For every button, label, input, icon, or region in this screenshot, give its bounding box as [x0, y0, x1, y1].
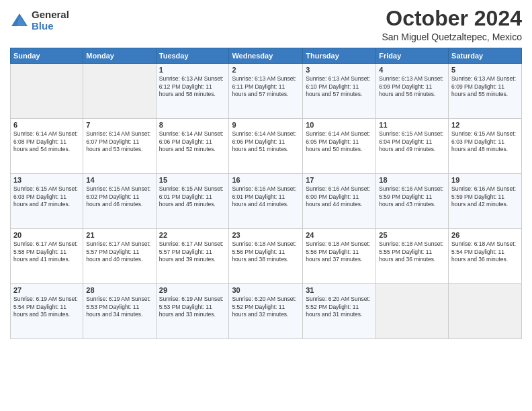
day-number: 28 [86, 286, 152, 294]
calendar-cell [11, 64, 83, 119]
calendar-cell: 3Sunrise: 6:13 AM Sunset: 6:10 PM Daylig… [303, 64, 376, 119]
week-row-2: 6Sunrise: 6:14 AM Sunset: 6:08 PM Daylig… [11, 119, 522, 174]
calendar-cell: 23Sunrise: 6:18 AM Sunset: 5:56 PM Dayli… [229, 229, 303, 284]
day-number: 4 [379, 66, 445, 74]
logo: General Blue [10, 9, 69, 32]
day-info: Sunrise: 6:13 AM Sunset: 6:12 PM Dayligh… [159, 75, 226, 98]
day-info: Sunrise: 6:15 AM Sunset: 6:01 PM Dayligh… [159, 185, 226, 208]
calendar-cell [376, 284, 449, 339]
calendar-cell: 17Sunrise: 6:16 AM Sunset: 6:00 PM Dayli… [303, 174, 376, 229]
day-number: 30 [232, 286, 300, 294]
calendar-cell: 30Sunrise: 6:20 AM Sunset: 5:52 PM Dayli… [229, 284, 303, 339]
calendar-cell: 16Sunrise: 6:16 AM Sunset: 6:01 PM Dayli… [229, 174, 303, 229]
day-number: 7 [86, 121, 152, 129]
day-info: Sunrise: 6:16 AM Sunset: 5:59 PM Dayligh… [379, 185, 445, 208]
day-number: 11 [379, 121, 445, 129]
day-number: 29 [159, 286, 226, 294]
day-info: Sunrise: 6:19 AM Sunset: 5:53 PM Dayligh… [86, 295, 152, 318]
calendar-cell: 10Sunrise: 6:14 AM Sunset: 6:05 PM Dayli… [303, 119, 376, 174]
logo-blue: Blue [32, 21, 69, 32]
calendar-cell: 12Sunrise: 6:15 AM Sunset: 6:03 PM Dayli… [449, 119, 522, 174]
day-info: Sunrise: 6:15 AM Sunset: 6:02 PM Dayligh… [86, 185, 152, 208]
calendar-cell: 25Sunrise: 6:18 AM Sunset: 5:55 PM Dayli… [376, 229, 449, 284]
calendar-cell: 18Sunrise: 6:16 AM Sunset: 5:59 PM Dayli… [376, 174, 449, 229]
col-sunday: Sunday [11, 48, 83, 64]
calendar-cell [83, 64, 156, 119]
day-number: 19 [451, 176, 519, 184]
day-info: Sunrise: 6:13 AM Sunset: 6:10 PM Dayligh… [306, 75, 373, 98]
calendar-cell: 13Sunrise: 6:15 AM Sunset: 6:03 PM Dayli… [11, 174, 83, 229]
day-info: Sunrise: 6:16 AM Sunset: 5:59 PM Dayligh… [451, 185, 519, 208]
day-number: 17 [306, 176, 373, 184]
day-info: Sunrise: 6:17 AM Sunset: 5:58 PM Dayligh… [13, 240, 80, 263]
day-number: 20 [13, 231, 80, 239]
day-info: Sunrise: 6:14 AM Sunset: 6:06 PM Dayligh… [159, 130, 226, 153]
day-number: 31 [306, 286, 373, 294]
calendar-cell: 8Sunrise: 6:14 AM Sunset: 6:06 PM Daylig… [156, 119, 229, 174]
day-info: Sunrise: 6:14 AM Sunset: 6:08 PM Dayligh… [13, 130, 80, 153]
col-thursday: Thursday [303, 48, 376, 64]
col-tuesday: Tuesday [156, 48, 229, 64]
day-info: Sunrise: 6:16 AM Sunset: 6:00 PM Dayligh… [306, 185, 373, 208]
day-number: 27 [13, 286, 80, 294]
day-info: Sunrise: 6:17 AM Sunset: 5:57 PM Dayligh… [159, 240, 226, 263]
calendar-cell: 20Sunrise: 6:17 AM Sunset: 5:58 PM Dayli… [11, 229, 83, 284]
day-info: Sunrise: 6:15 AM Sunset: 6:03 PM Dayligh… [13, 185, 80, 208]
calendar-cell: 19Sunrise: 6:16 AM Sunset: 5:59 PM Dayli… [449, 174, 522, 229]
day-info: Sunrise: 6:13 AM Sunset: 6:09 PM Dayligh… [379, 75, 445, 98]
day-info: Sunrise: 6:20 AM Sunset: 5:52 PM Dayligh… [306, 295, 373, 318]
header: General Blue October 2024 San Miguel Que… [10, 7, 522, 42]
day-info: Sunrise: 6:18 AM Sunset: 5:56 PM Dayligh… [306, 240, 373, 263]
calendar-cell: 5Sunrise: 6:13 AM Sunset: 6:09 PM Daylig… [449, 64, 522, 119]
calendar-cell: 29Sunrise: 6:19 AM Sunset: 5:53 PM Dayli… [156, 284, 229, 339]
day-number: 24 [306, 231, 373, 239]
page: General Blue October 2024 San Miguel Que… [0, 0, 532, 411]
day-number: 23 [232, 231, 300, 239]
calendar-cell: 31Sunrise: 6:20 AM Sunset: 5:52 PM Dayli… [303, 284, 376, 339]
day-number: 22 [159, 231, 226, 239]
calendar-cell [449, 284, 522, 339]
logo-general: General [32, 9, 69, 21]
week-row-5: 27Sunrise: 6:19 AM Sunset: 5:54 PM Dayli… [11, 284, 522, 339]
day-number: 26 [451, 231, 519, 239]
day-info: Sunrise: 6:18 AM Sunset: 5:56 PM Dayligh… [232, 240, 300, 263]
day-number: 10 [306, 121, 373, 129]
calendar-cell: 27Sunrise: 6:19 AM Sunset: 5:54 PM Dayli… [11, 284, 83, 339]
month-title: October 2024 [382, 7, 522, 30]
day-number: 21 [86, 231, 152, 239]
title-block: October 2024 San Miguel Quetzaltepec, Me… [382, 7, 522, 42]
day-number: 5 [451, 66, 519, 74]
day-info: Sunrise: 6:15 AM Sunset: 6:03 PM Dayligh… [451, 130, 519, 153]
day-number: 12 [451, 121, 519, 129]
calendar-header: Sunday Monday Tuesday Wednesday Thursday… [11, 48, 522, 64]
day-info: Sunrise: 6:15 AM Sunset: 6:04 PM Dayligh… [379, 130, 445, 153]
day-info: Sunrise: 6:19 AM Sunset: 5:53 PM Dayligh… [159, 295, 226, 318]
calendar-cell: 6Sunrise: 6:14 AM Sunset: 6:08 PM Daylig… [11, 119, 83, 174]
header-row: Sunday Monday Tuesday Wednesday Thursday… [11, 48, 522, 64]
day-info: Sunrise: 6:13 AM Sunset: 6:11 PM Dayligh… [232, 75, 300, 98]
day-info: Sunrise: 6:14 AM Sunset: 6:07 PM Dayligh… [86, 130, 152, 153]
col-monday: Monday [83, 48, 156, 64]
day-number: 2 [232, 66, 300, 74]
day-info: Sunrise: 6:18 AM Sunset: 5:54 PM Dayligh… [451, 240, 519, 263]
calendar-cell: 22Sunrise: 6:17 AM Sunset: 5:57 PM Dayli… [156, 229, 229, 284]
logo-text: General Blue [32, 9, 69, 32]
day-info: Sunrise: 6:13 AM Sunset: 6:09 PM Dayligh… [451, 75, 519, 98]
calendar-cell: 9Sunrise: 6:14 AM Sunset: 6:06 PM Daylig… [229, 119, 303, 174]
day-info: Sunrise: 6:18 AM Sunset: 5:55 PM Dayligh… [379, 240, 445, 263]
calendar-cell: 7Sunrise: 6:14 AM Sunset: 6:07 PM Daylig… [83, 119, 156, 174]
calendar-cell: 1Sunrise: 6:13 AM Sunset: 6:12 PM Daylig… [156, 64, 229, 119]
day-number: 13 [13, 176, 80, 184]
day-number: 3 [306, 66, 373, 74]
calendar-cell: 26Sunrise: 6:18 AM Sunset: 5:54 PM Dayli… [449, 229, 522, 284]
col-saturday: Saturday [449, 48, 522, 64]
day-info: Sunrise: 6:14 AM Sunset: 6:05 PM Dayligh… [306, 130, 373, 153]
week-row-4: 20Sunrise: 6:17 AM Sunset: 5:58 PM Dayli… [11, 229, 522, 284]
day-number: 18 [379, 176, 445, 184]
col-friday: Friday [376, 48, 449, 64]
week-row-1: 1Sunrise: 6:13 AM Sunset: 6:12 PM Daylig… [11, 64, 522, 119]
day-number: 9 [232, 121, 300, 129]
day-number: 25 [379, 231, 445, 239]
calendar: Sunday Monday Tuesday Wednesday Thursday… [10, 48, 522, 339]
calendar-cell: 4Sunrise: 6:13 AM Sunset: 6:09 PM Daylig… [376, 64, 449, 119]
